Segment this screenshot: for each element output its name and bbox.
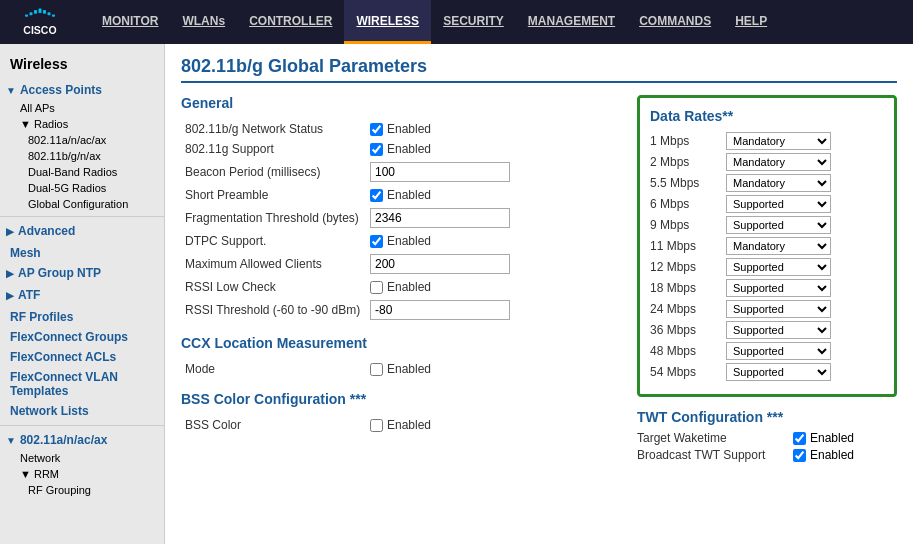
rate-select-24-Mbps[interactable]: MandatorySupportedDisabled xyxy=(726,300,831,318)
input-beacon-period[interactable] xyxy=(370,162,510,182)
rate-label: 12 Mbps xyxy=(650,260,720,274)
sidebar-item-dual-band[interactable]: Dual-Band Radios xyxy=(0,164,164,180)
input-rssi-threshold[interactable] xyxy=(370,300,510,320)
sidebar-item-mesh[interactable]: Mesh xyxy=(0,243,164,263)
rate-select-6-Mbps[interactable]: MandatorySupportedDisabled xyxy=(726,195,831,213)
sidebar-item-rf-profiles[interactable]: RF Profiles xyxy=(0,307,164,327)
sidebar-item-access-points[interactable]: ▼ Access Points xyxy=(0,80,164,100)
checkbox-bss-color[interactable] xyxy=(370,419,383,432)
rate-select-18-Mbps[interactable]: MandatorySupportedDisabled xyxy=(726,279,831,297)
svg-rect-1 xyxy=(39,9,42,14)
rate-row: 5.5 MbpsMandatorySupportedDisabled xyxy=(650,174,884,192)
sidebar-item-network[interactable]: Network xyxy=(0,450,164,466)
sidebar-item-80211a-main[interactable]: ▼ 802.11a/n/ac/ax xyxy=(0,430,164,450)
arrow-down-icon: ▼ xyxy=(6,85,16,96)
table-row: DTPC Support. Enabled xyxy=(181,231,621,251)
sidebar-item-flexconnect-acls[interactable]: FlexConnect ACLs xyxy=(0,347,164,367)
checkbox-g-support[interactable] xyxy=(370,143,383,156)
checkbox-label-dtpc: Enabled xyxy=(387,234,431,248)
checkbox-short-preamble[interactable] xyxy=(370,189,383,202)
table-row: BSS Color Enabled xyxy=(181,415,621,435)
nav-management[interactable]: MANAGEMENT xyxy=(516,0,627,44)
left-column: General 802.11b/g Network Status Enabled… xyxy=(181,95,621,465)
rate-select-2-Mbps[interactable]: MandatorySupportedDisabled xyxy=(726,153,831,171)
input-max-clients[interactable] xyxy=(370,254,510,274)
twt-check-wrapper: Enabled xyxy=(793,431,854,445)
sidebar-item-global-config[interactable]: Global Configuration xyxy=(0,196,164,212)
sidebar-item-network-lists[interactable]: Network Lists xyxy=(0,401,164,421)
rate-label: 48 Mbps xyxy=(650,344,720,358)
rate-select-48-Mbps[interactable]: MandatorySupportedDisabled xyxy=(726,342,831,360)
sidebar-item-ap-group-ntp[interactable]: ▶ AP Group NTP xyxy=(0,263,164,283)
nav-monitor[interactable]: MONITOR xyxy=(90,0,170,44)
nav-wireless[interactable]: WIRELESS xyxy=(344,0,431,44)
checkbox-dtpc[interactable] xyxy=(370,235,383,248)
twt-checkbox[interactable] xyxy=(793,432,806,445)
checkbox-label-network-status: Enabled xyxy=(387,122,431,136)
sidebar-item-radios[interactable]: ▼ Radios xyxy=(0,116,164,132)
rate-label: 6 Mbps xyxy=(650,197,720,211)
svg-rect-3 xyxy=(43,10,46,14)
field-label-short-preamble: Short Preamble xyxy=(181,185,366,205)
sidebar-item-80211anac[interactable]: 802.11a/n/ac/ax xyxy=(0,132,164,148)
sidebar-item-dual-5g[interactable]: Dual-5G Radios xyxy=(0,180,164,196)
rate-select-9-Mbps[interactable]: MandatorySupportedDisabled xyxy=(726,216,831,234)
checkbox-row-rssi-low: Enabled xyxy=(370,280,617,294)
svg-rect-2 xyxy=(34,10,37,14)
sidebar-item-all-aps[interactable]: All APs xyxy=(0,100,164,116)
twt-checkbox[interactable] xyxy=(793,449,806,462)
checkbox-rssi-low[interactable] xyxy=(370,281,383,294)
rate-label: 36 Mbps xyxy=(650,323,720,337)
table-row: Fragmentation Threshold (bytes) xyxy=(181,205,621,231)
sidebar-item-rf-grouping[interactable]: RF Grouping xyxy=(0,482,164,498)
sidebar-item-rrm[interactable]: ▼ RRM xyxy=(0,466,164,482)
svg-rect-7 xyxy=(52,15,55,17)
sidebar-label-80211a: 802.11a/n/ac/ax xyxy=(20,433,107,447)
input-frag-threshold[interactable] xyxy=(370,208,510,228)
rate-label: 11 Mbps xyxy=(650,239,720,253)
rate-row: 36 MbpsMandatorySupportedDisabled xyxy=(650,321,884,339)
field-label-max-clients: Maximum Allowed Clients xyxy=(181,251,366,277)
ccx-section-header: CCX Location Measurement xyxy=(181,335,621,351)
table-row: 802.11b/g Network Status Enabled xyxy=(181,119,621,139)
sidebar-item-advanced[interactable]: ▶ Advanced xyxy=(0,221,164,241)
field-label-dtpc: DTPC Support. xyxy=(181,231,366,251)
field-label-rssi-low: RSSI Low Check xyxy=(181,277,366,297)
nav-controller[interactable]: CONTROLLER xyxy=(237,0,344,44)
right-column: Data Rates** 1 MbpsMandatorySupportedDis… xyxy=(637,95,897,465)
sidebar-item-atf[interactable]: ▶ ATF xyxy=(0,285,164,305)
nav-commands[interactable]: COMMANDS xyxy=(627,0,723,44)
rate-select-11-Mbps[interactable]: MandatorySupportedDisabled xyxy=(726,237,831,255)
svg-rect-6 xyxy=(25,15,28,17)
sidebar-item-flexconnect-vlan[interactable]: FlexConnect VLAN Templates xyxy=(0,367,164,401)
rate-row: 2 MbpsMandatorySupportedDisabled xyxy=(650,153,884,171)
rate-select-36-Mbps[interactable]: MandatorySupportedDisabled xyxy=(726,321,831,339)
rate-row: 48 MbpsMandatorySupportedDisabled xyxy=(650,342,884,360)
checkbox-row-short-preamble: Enabled xyxy=(370,188,617,202)
checkbox-mode[interactable] xyxy=(370,363,383,376)
rate-row: 9 MbpsMandatorySupportedDisabled xyxy=(650,216,884,234)
sidebar-item-flexconnect-groups[interactable]: FlexConnect Groups xyxy=(0,327,164,347)
rate-row: 54 MbpsMandatorySupportedDisabled xyxy=(650,363,884,381)
svg-rect-5 xyxy=(48,12,51,15)
rate-select-1-Mbps[interactable]: MandatorySupportedDisabled xyxy=(726,132,831,150)
nav-help[interactable]: HELP xyxy=(723,0,779,44)
nav-wlans[interactable]: WLANs xyxy=(170,0,237,44)
checkbox-label-short-preamble: Enabled xyxy=(387,188,431,202)
field-label-beacon: Beacon Period (millisecs) xyxy=(181,159,366,185)
content-columns: General 802.11b/g Network Status Enabled… xyxy=(181,95,897,465)
rate-select-54-Mbps[interactable]: MandatorySupportedDisabled xyxy=(726,363,831,381)
bss-form-table: BSS Color Enabled xyxy=(181,415,621,435)
rate-select-5.5-Mbps[interactable]: MandatorySupportedDisabled xyxy=(726,174,831,192)
sidebar-item-80211bgn[interactable]: 802.11b/g/n/ax xyxy=(0,148,164,164)
twt-checkbox-label: Enabled xyxy=(810,448,854,462)
rate-select-12-Mbps[interactable]: MandatorySupportedDisabled xyxy=(726,258,831,276)
nav-security[interactable]: SECURITY xyxy=(431,0,516,44)
topbar: CISCO MONITOR WLANs CONTROLLER WIRELESS … xyxy=(0,0,913,44)
twt-check-wrapper: Enabled xyxy=(793,448,854,462)
divider-1 xyxy=(0,216,164,217)
twt-container: Target WaketimeEnabledBroadcast TWT Supp… xyxy=(637,431,897,462)
checkbox-network-status[interactable] xyxy=(370,123,383,136)
rate-row: 24 MbpsMandatorySupportedDisabled xyxy=(650,300,884,318)
arrow-right-icon3: ▶ xyxy=(6,290,14,301)
